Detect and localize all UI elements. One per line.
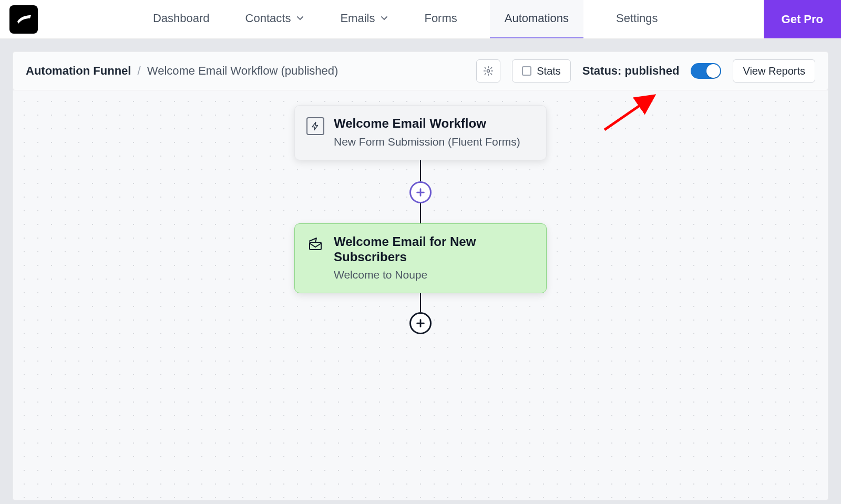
nav-label: Contacts xyxy=(245,12,291,25)
page-body: Automation Funnel / Welcome Email Workfl… xyxy=(0,39,841,504)
send-mail-icon xyxy=(306,235,324,253)
view-reports-label: View Reports xyxy=(743,65,805,77)
logo-swoosh-icon xyxy=(14,10,33,29)
status-value: published xyxy=(625,64,680,77)
stats-label: Stats xyxy=(537,65,561,77)
chevron-down-icon xyxy=(380,14,388,23)
bolt-icon xyxy=(306,117,324,135)
nav-automations[interactable]: Automations xyxy=(490,0,583,38)
nav-forms[interactable]: Forms xyxy=(421,0,460,38)
view-reports-button[interactable]: View Reports xyxy=(733,59,815,83)
breadcrumb-root: Automation Funnel xyxy=(26,64,131,77)
funnel-settings-button[interactable] xyxy=(476,59,500,83)
workflow-column: Welcome Email Workflow New Form Submissi… xyxy=(294,105,547,334)
svg-rect-1 xyxy=(310,242,321,250)
main-nav: Dashboard Contacts Emails Forms Automati… xyxy=(47,0,764,38)
app-logo[interactable] xyxy=(0,0,47,38)
action-node[interactable]: Welcome Email for New Subscribers Welcom… xyxy=(294,223,547,294)
plus-icon xyxy=(415,317,426,329)
action-subtitle: Welcome to Noupe xyxy=(334,269,535,281)
app-logo-mark xyxy=(9,5,38,34)
nav-label: Settings xyxy=(616,12,658,25)
automation-toolbar: Automation Funnel / Welcome Email Workfl… xyxy=(13,52,828,90)
chevron-down-icon xyxy=(296,14,304,23)
connector-line xyxy=(420,160,421,181)
trigger-subtitle: New Form Submission (Fluent Forms) xyxy=(334,136,520,148)
status-prefix: Status: xyxy=(582,64,622,77)
nav-label: Automations xyxy=(505,12,569,25)
nav-emails[interactable]: Emails xyxy=(337,0,392,38)
add-step-end-button[interactable] xyxy=(409,312,432,334)
nav-label: Dashboard xyxy=(153,12,210,25)
connector-line xyxy=(420,293,421,312)
nav-settings[interactable]: Settings xyxy=(613,0,661,38)
top-navbar: Dashboard Contacts Emails Forms Automati… xyxy=(0,0,841,39)
svg-line-2 xyxy=(604,97,652,130)
connector-line xyxy=(420,203,421,223)
stats-toggle-button[interactable]: Stats xyxy=(512,59,571,83)
node-text: Welcome Email for New Subscribers Welcom… xyxy=(334,234,535,282)
action-title: Welcome Email for New Subscribers xyxy=(334,234,535,265)
annotation-arrow-icon xyxy=(599,93,662,135)
svg-point-0 xyxy=(487,70,490,73)
toggle-knob xyxy=(706,64,720,78)
trigger-title: Welcome Email Workflow xyxy=(334,116,520,131)
status-label: Status: published xyxy=(582,64,680,78)
automation-canvas[interactable]: Welcome Email Workflow New Form Submissi… xyxy=(13,90,828,500)
get-pro-button[interactable]: Get Pro xyxy=(764,0,841,38)
breadcrumb-separator: / xyxy=(138,64,141,77)
nav-dashboard[interactable]: Dashboard xyxy=(150,0,213,38)
breadcrumb-current: Welcome Email Workflow (published) xyxy=(147,64,339,77)
trigger-node[interactable]: Welcome Email Workflow New Form Submissi… xyxy=(294,105,547,160)
node-text: Welcome Email Workflow New Form Submissi… xyxy=(334,116,520,148)
checkbox-empty-icon xyxy=(522,66,531,76)
breadcrumb: Automation Funnel / Welcome Email Workfl… xyxy=(26,64,338,78)
gear-icon xyxy=(483,66,494,76)
nav-contacts[interactable]: Contacts xyxy=(242,0,308,38)
nav-label: Emails xyxy=(340,12,375,25)
add-step-button[interactable] xyxy=(409,181,432,203)
nav-label: Forms xyxy=(424,12,457,25)
plus-icon xyxy=(415,187,426,198)
cta-label: Get Pro xyxy=(782,13,823,26)
publish-toggle[interactable] xyxy=(691,63,721,79)
